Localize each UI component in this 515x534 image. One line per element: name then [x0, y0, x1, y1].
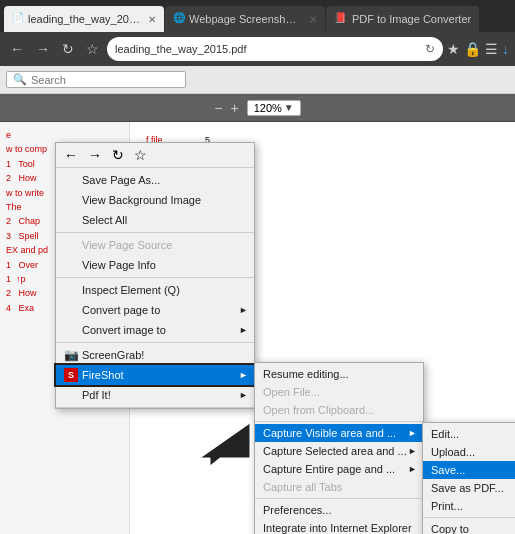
ctx-bookmark-icon[interactable]: ☆	[134, 147, 147, 163]
ctx-screengrab[interactable]: 📷 ScreenGrab!	[56, 345, 254, 365]
ctx-convpage-label: Convert page to	[82, 304, 160, 316]
submenu1-preferences[interactable]: Preferences...	[255, 501, 423, 519]
ctx-source-label: View Page Source	[82, 239, 172, 251]
ctx-forward-icon[interactable]: →	[88, 147, 102, 163]
submenu1-capvis-arrow: ►	[408, 428, 417, 438]
ctx-fireshot-label: FireShot	[82, 369, 124, 381]
ctx-info-icon	[64, 258, 78, 272]
ctx-save-page[interactable]: Save Page As...	[56, 170, 254, 190]
submenu-fireshot: Resume editing... Open File... Open from…	[254, 362, 424, 534]
refresh-button[interactable]: ↻	[58, 39, 78, 59]
search-icon: 🔍	[13, 73, 27, 86]
ctx-inspect-icon	[64, 283, 78, 297]
submenu1-capture-tabs: Capture all Tabs	[255, 478, 423, 496]
ctx-bg-label: View Background Image	[82, 194, 201, 206]
ctx-section-1: Save Page As... View Background Image Se…	[56, 168, 254, 233]
submenu2-copy-clipboard[interactable]: Copy to Clipboard...	[423, 520, 515, 534]
submenu1-section-2: Capture Visible area and ... ► Capture S…	[255, 422, 423, 499]
zoom-dropdown-icon[interactable]: ▼	[284, 102, 294, 113]
ctx-pdfit-icon	[64, 388, 78, 402]
submenu1-resume-label: Resume editing...	[263, 368, 349, 380]
submenu2-save-label: Save...	[431, 464, 465, 476]
ctx-convpage-icon	[64, 303, 78, 317]
zoom-display: 120% ▼	[247, 100, 301, 116]
zoom-out-button[interactable]: −	[214, 100, 222, 116]
ctx-refresh-icon[interactable]: ↻	[112, 147, 124, 163]
zoom-value: 120%	[254, 102, 282, 114]
ctx-fireshot-icon: S	[64, 368, 78, 382]
ctx-inspect-label: Inspect Element (Q)	[82, 284, 180, 296]
tab-pdf[interactable]: 📄 leading_the_way_2015.pdf ✕	[4, 6, 164, 32]
submenu2-upload[interactable]: Upload...	[423, 443, 515, 461]
submenu2-save[interactable]: Save...	[423, 461, 515, 479]
back-button[interactable]: ←	[6, 39, 28, 59]
ctx-convert-image[interactable]: Convert image to ►	[56, 320, 254, 340]
zoom-in-button[interactable]: +	[230, 100, 238, 116]
submenu1-ie[interactable]: Integrate into Internet Explorer	[255, 519, 423, 534]
search-bar-row: 🔍	[0, 66, 515, 94]
submenu2-edit-label: Edit...	[431, 428, 459, 440]
submenu2-print[interactable]: Print...	[423, 497, 515, 515]
ctx-info-label: View Page Info	[82, 259, 156, 271]
star-icon[interactable]: ★	[447, 41, 460, 57]
ctx-section-2: View Page Source View Page Info	[56, 233, 254, 278]
context-menu: ← → ↻ ☆ Save Page As... View Background …	[55, 142, 255, 409]
nav-bar: ← → ↻ ☆ leading_the_way_2015.pdf ↻ ★ 🔒 ☰…	[0, 32, 515, 66]
submenu-capture: Edit... Upload... Save... Save as PDF...…	[422, 422, 515, 534]
tab-pdfconv-favicon: 📕	[334, 12, 348, 26]
ctx-back-icon[interactable]: ←	[64, 147, 78, 163]
ctx-view-source: View Page Source	[56, 235, 254, 255]
submenu1-captabs-label: Capture all Tabs	[263, 481, 342, 493]
tab-pdf-favicon: 📄	[12, 12, 24, 26]
page-content: e w to comp 1 Tool 2 How w to write The …	[0, 122, 515, 534]
ctx-section-4: 📷 ScreenGrab! S FireShot ► Pdf It! ►	[56, 343, 254, 408]
ctx-inspect[interactable]: Inspect Element (Q)	[56, 280, 254, 300]
bookmark-button[interactable]: ☆	[82, 39, 103, 59]
submenu1-capture-entire[interactable]: Capture Entire page and ... ►	[255, 460, 423, 478]
submenu1-capture-selected[interactable]: Capture Selected area and ... ►	[255, 442, 423, 460]
submenu1-section-3: Preferences... Integrate into Internet E…	[255, 499, 423, 534]
ctx-convert-page[interactable]: Convert page to ►	[56, 300, 254, 320]
submenu2-copyclip-label: Copy to Clipboard...	[431, 523, 511, 534]
tab-screenshot-close[interactable]: ✕	[309, 14, 317, 25]
submenu2-section-2: Copy to Clipboard... E-Mail... Send to O…	[423, 518, 515, 534]
ctx-select-all[interactable]: Select All	[56, 210, 254, 230]
tab-pdf-close[interactable]: ✕	[148, 14, 156, 25]
ctx-save-icon	[64, 173, 78, 187]
submenu2-edit[interactable]: Edit...	[423, 425, 515, 443]
tab-pdfconv[interactable]: 📕 PDF to Image Converter	[326, 6, 479, 32]
submenu2-upload-label: Upload...	[431, 446, 475, 458]
list-item: e	[6, 128, 123, 142]
pdf-toolbar: − + 120% ▼	[0, 94, 515, 122]
submenu2-save-pdf[interactable]: Save as PDF...	[423, 479, 515, 497]
forward-button[interactable]: →	[32, 39, 54, 59]
ctx-convimg-icon	[64, 323, 78, 337]
ctx-background-image[interactable]: View Background Image	[56, 190, 254, 210]
tab-screenshot[interactable]: 🌐 Webpage Screenshot in Fi... ✕	[165, 6, 325, 32]
submenu1-resume[interactable]: Resume editing...	[255, 365, 423, 383]
ctx-convpage-arrow: ►	[239, 305, 248, 315]
submenu1-capture-visible[interactable]: Capture Visible area and ... ►	[255, 424, 423, 442]
tab-pdfconv-label: PDF to Image Converter	[352, 13, 471, 25]
ctx-selectall-label: Select All	[82, 214, 127, 226]
ctx-section-3: Inspect Element (Q) Convert page to ► Co…	[56, 278, 254, 343]
submenu1-open-file: Open File...	[255, 383, 423, 401]
submenu2-section-1: Edit... Upload... Save... Save as PDF...…	[423, 423, 515, 518]
ctx-bg-icon	[64, 193, 78, 207]
submenu1-open-clipboard: Open from Clipboard...	[255, 401, 423, 419]
menu-icon[interactable]: ☰	[485, 41, 498, 57]
ctx-source-icon	[64, 238, 78, 252]
download-icon[interactable]: ↓	[502, 41, 509, 57]
ctx-nav-section: ← → ↻ ☆	[56, 143, 254, 168]
ctx-convimg-label: Convert image to	[82, 324, 166, 336]
search-input[interactable]	[31, 74, 151, 86]
tab-pdf-label: leading_the_way_2015.pdf	[28, 13, 140, 25]
submenu1-ie-label: Integrate into Internet Explorer	[263, 522, 412, 534]
ctx-view-info[interactable]: View Page Info	[56, 255, 254, 275]
ctx-fireshot[interactable]: S FireShot ►	[56, 365, 254, 385]
submenu1-capvis-label: Capture Visible area and ...	[263, 427, 396, 439]
lock-icon[interactable]: 🔒	[464, 41, 481, 57]
submenu1-openfile-label: Open File...	[263, 386, 320, 398]
ctx-pdfit[interactable]: Pdf It! ►	[56, 385, 254, 405]
submenu1-section-1: Resume editing... Open File... Open from…	[255, 363, 423, 422]
